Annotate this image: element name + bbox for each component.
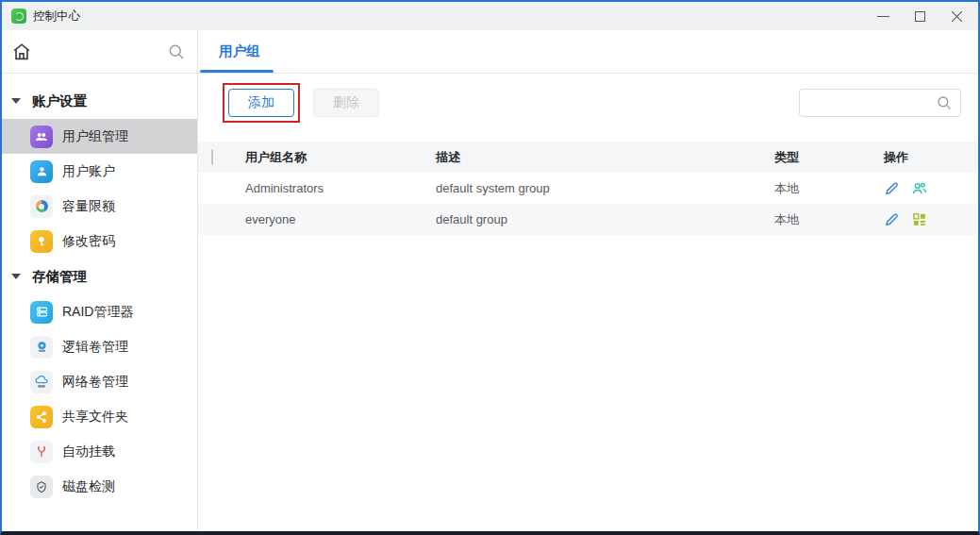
header-operation: 操作 bbox=[884, 149, 978, 166]
sidebar-search-icon[interactable] bbox=[167, 42, 186, 61]
select-all-checkbox[interactable] bbox=[211, 149, 213, 165]
type-cell: 本地 bbox=[774, 180, 884, 197]
toolbar: 添加 删除 bbox=[198, 74, 978, 132]
header-group-name: 用户组名称 bbox=[245, 149, 436, 166]
shared-folder-icon bbox=[30, 406, 53, 428]
apps-grid-icon[interactable] bbox=[911, 211, 927, 227]
table-search-box[interactable] bbox=[799, 89, 961, 117]
sidebar-item-disk-check[interactable]: 磁盘检测 bbox=[2, 469, 197, 504]
sidebar-item-raid-manager[interactable]: RAID管理器 bbox=[2, 294, 197, 329]
section-storage-management[interactable]: 存储管理 bbox=[2, 259, 197, 294]
sidebar-item-user-accounts[interactable]: 用户账户 bbox=[2, 154, 197, 189]
logical-volume-icon bbox=[30, 336, 53, 359]
description-cell: default system group bbox=[436, 181, 774, 195]
header-strip: 用户组 bbox=[2, 30, 978, 74]
tab-user-group[interactable]: 用户组 bbox=[198, 30, 281, 73]
maximize-icon[interactable] bbox=[914, 10, 926, 23]
sidebar-item-shared-folder[interactable]: 共享文件夹 bbox=[2, 399, 197, 434]
disk-check-icon bbox=[30, 476, 53, 498]
network-volume-icon bbox=[30, 371, 53, 393]
sidebar-header bbox=[2, 30, 198, 73]
user-groups-table: 用户组名称 描述 类型 操作 Administrators default sy… bbox=[198, 142, 978, 235]
sidebar-item-network-volume[interactable]: 网络卷管理 bbox=[2, 364, 197, 399]
quota-icon bbox=[30, 195, 53, 218]
search-icon[interactable] bbox=[936, 94, 953, 111]
titlebar: 控制中心 bbox=[2, 2, 978, 30]
description-cell: default group bbox=[436, 212, 774, 226]
password-icon bbox=[30, 230, 53, 253]
type-cell: 本地 bbox=[774, 211, 884, 228]
table-row[interactable]: Administrators default system group 本地 bbox=[198, 173, 978, 204]
auto-mount-icon bbox=[30, 441, 53, 463]
group-members-icon[interactable] bbox=[911, 180, 928, 197]
sidebar-item-logical-volume[interactable]: 逻辑卷管理 bbox=[2, 329, 197, 364]
sidebar: 账户设置 用户组管理 用户账户 bbox=[2, 74, 198, 531]
edit-icon[interactable] bbox=[884, 180, 900, 196]
user-group-icon bbox=[30, 125, 53, 148]
tabstrip: 用户组 bbox=[198, 30, 978, 73]
section-account-settings[interactable]: 账户设置 bbox=[2, 83, 197, 119]
delete-button[interactable]: 删除 bbox=[313, 89, 379, 117]
close-icon[interactable] bbox=[951, 10, 963, 23]
table-header-row: 用户组名称 描述 类型 操作 bbox=[198, 142, 978, 173]
user-account-icon bbox=[30, 160, 53, 183]
raid-icon bbox=[30, 301, 53, 324]
group-name-cell: everyone bbox=[245, 212, 436, 226]
table-search-input[interactable] bbox=[807, 96, 936, 110]
sidebar-item-change-password[interactable]: 修改密码 bbox=[2, 224, 197, 259]
table-row[interactable]: everyone default group 本地 bbox=[198, 204, 978, 235]
tab-label: 用户组 bbox=[219, 42, 260, 60]
app-logo-icon bbox=[11, 8, 26, 24]
home-icon[interactable] bbox=[11, 42, 32, 62]
annotation-highlight-box: 添加 bbox=[223, 83, 300, 123]
edit-icon[interactable] bbox=[884, 211, 900, 227]
header-type: 类型 bbox=[774, 149, 884, 166]
main-panel: 添加 删除 用户组名称 描述 类型 bbox=[198, 74, 978, 531]
minimize-icon[interactable] bbox=[877, 10, 889, 23]
collapse-arrow-icon bbox=[11, 274, 21, 279]
header-description: 描述 bbox=[436, 149, 774, 166]
window-title: 控制中心 bbox=[33, 8, 80, 25]
sidebar-item-user-group-management[interactable]: 用户组管理 bbox=[2, 119, 197, 154]
sidebar-item-auto-mount[interactable]: 自动挂载 bbox=[2, 434, 197, 469]
sidebar-item-capacity-quota[interactable]: 容量限额 bbox=[2, 189, 197, 224]
add-button[interactable]: 添加 bbox=[228, 89, 294, 117]
control-center-window: 控制中心 用户组 bbox=[0, 0, 980, 535]
group-name-cell: Administrators bbox=[245, 181, 436, 195]
collapse-arrow-icon bbox=[11, 98, 21, 104]
